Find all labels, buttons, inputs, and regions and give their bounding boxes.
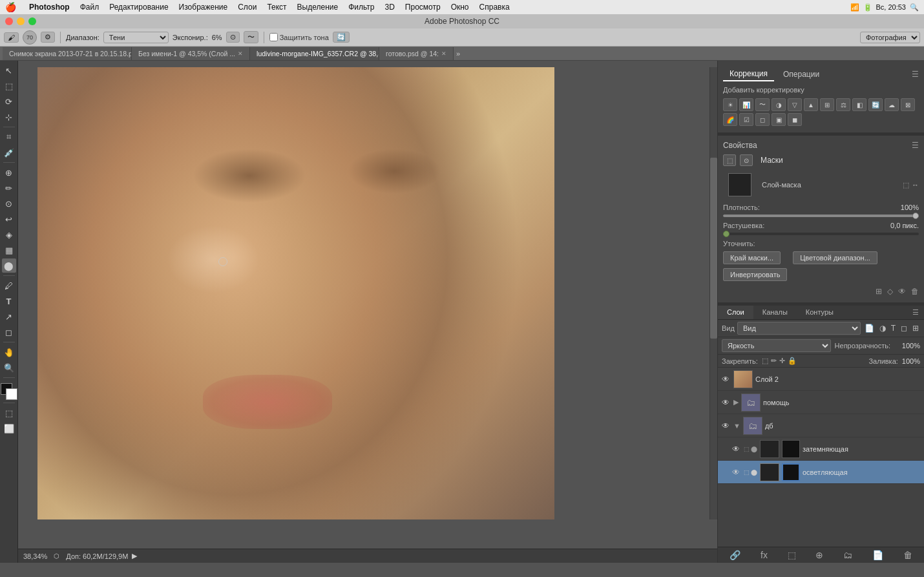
smoothing-btn[interactable]: 〜: [244, 31, 258, 43]
workspace-select[interactable]: Фотография: [860, 32, 920, 43]
filter-select[interactable]: Вид: [737, 322, 861, 335]
pen-tool-btn[interactable]: 🖊: [2, 278, 16, 293]
layers-tab-channels[interactable]: Каналы: [753, 306, 797, 319]
layer-link-btn[interactable]: 🔗: [730, 550, 740, 560]
layer-row-pomosh[interactable]: 👁 ▶ 🗂 помощь: [718, 391, 924, 414]
menu-view[interactable]: Просмотр: [400, 3, 446, 12]
menu-file[interactable]: Файл: [75, 3, 105, 12]
eyedropper-tool-btn[interactable]: 💉: [2, 145, 16, 160]
blend-mode-select[interactable]: Яркость Нормальный Умножение: [722, 339, 831, 352]
marquee-tool-btn[interactable]: ⬚: [2, 79, 16, 93]
brush-options-btn[interactable]: ⚙: [41, 32, 55, 43]
path-select-btn[interactable]: ↗: [2, 309, 16, 324]
close-button[interactable]: [5, 17, 13, 25]
menu-layers[interactable]: Слои: [233, 3, 262, 12]
props-icon-2[interactable]: ◇: [887, 287, 893, 296]
tab-3[interactable]: готово.psd @ 14: ✕: [379, 47, 454, 60]
corr-levels-icon[interactable]: 📊: [739, 98, 753, 111]
airbrush-btn[interactable]: ⊙: [226, 32, 240, 43]
layers-tab-layers[interactable]: Слои: [718, 306, 753, 319]
magic-wand-tool-btn[interactable]: ⊹: [2, 110, 16, 124]
maximize-button[interactable]: [28, 17, 36, 25]
gradient-tool-btn[interactable]: ▦: [2, 243, 16, 257]
move-tool-btn[interactable]: ↖: [2, 63, 16, 78]
color-range-btn[interactable]: Цветовой диапазон...: [793, 251, 877, 264]
app-menu-photoshop[interactable]: Photoshop: [24, 3, 75, 12]
tab-more-btn[interactable]: »: [456, 50, 460, 58]
mask-apply-icon[interactable]: ↔: [912, 181, 919, 189]
corr-exposure-icon[interactable]: ◑: [772, 98, 786, 111]
lock-paint-icon[interactable]: ✏: [771, 357, 777, 365]
density-slider-track[interactable]: [723, 215, 919, 217]
corr-brightness-icon[interactable]: ☀: [723, 98, 737, 111]
stamp-tool-btn[interactable]: ⊙: [2, 196, 16, 211]
corr-hsl-icon[interactable]: ▲: [804, 98, 818, 111]
layer-vis-sloy2[interactable]: 👁: [720, 374, 731, 384]
mask-type-btn[interactable]: ⬚: [723, 154, 736, 166]
brush-tool-btn[interactable]: ✏: [2, 181, 16, 195]
canvas-area[interactable]: 38,34% ⬡ Доп: 60,2M/129,9M ▶: [18, 61, 717, 563]
props-icon-1[interactable]: ⊞: [876, 287, 882, 296]
menu-help[interactable]: Справка: [474, 3, 515, 12]
menu-window[interactable]: Окно: [446, 3, 474, 12]
scrollbar-thumb-v[interactable]: [710, 158, 717, 339]
layer-row-db[interactable]: 👁 ▼ 🗂 дб: [718, 414, 924, 437]
layer-row-sloy2[interactable]: 👁 Слой 2: [718, 368, 924, 391]
tab-2[interactable]: ludivine-morgane-IMG_6357.CR2 @ 38,3% (о…: [250, 47, 379, 60]
invert-btn[interactable]: Инвертировать: [723, 268, 787, 281]
tab-0[interactable]: Снимок экрана 2013-07-21 в 20.15.18.png …: [3, 47, 132, 60]
feather-slider-track[interactable]: [723, 233, 919, 235]
group-expand-db[interactable]: ▼: [733, 422, 740, 430]
layer-fx-btn[interactable]: fx: [761, 550, 768, 560]
menu-select[interactable]: Выделение: [292, 3, 344, 12]
corr-photo-filter-icon[interactable]: ◧: [852, 98, 866, 111]
crop-tool-btn[interactable]: ⌗: [2, 130, 16, 144]
tab-1-close[interactable]: ✕: [238, 50, 243, 57]
layer-delete-btn[interactable]: 🗑: [903, 550, 912, 560]
corr-colorbal-icon[interactable]: ⊞: [820, 98, 834, 111]
corr-pattern-icon[interactable]: ◼: [788, 113, 802, 126]
layers-tab-paths[interactable]: Контуры: [797, 306, 843, 319]
lock-all-icon[interactable]: 🔒: [788, 357, 797, 365]
zoom-tool-btn[interactable]: 🔍: [2, 361, 16, 375]
lock-transparent-icon[interactable]: ⬚: [762, 357, 768, 365]
workspace-selector[interactable]: Фотография: [860, 32, 920, 43]
tab-operations[interactable]: Операции: [777, 68, 826, 81]
layer-adjustment-btn[interactable]: ⊕: [815, 550, 823, 560]
corr-vibrance-icon[interactable]: ▽: [788, 98, 802, 111]
vector-mask-btn[interactable]: ⊙: [740, 154, 753, 166]
history-brush-btn[interactable]: ↩: [2, 212, 16, 226]
correction-panel-menu[interactable]: ☰: [912, 70, 919, 79]
properties-menu[interactable]: ☰: [912, 141, 919, 150]
layer-vis-pomosh[interactable]: 👁: [720, 397, 731, 408]
props-icon-3[interactable]: 👁: [898, 287, 906, 296]
hand-tool-btn[interactable]: 🤚: [2, 345, 16, 359]
layer-row-light[interactable]: 👁 ⬚ ⬤ осветляющая: [718, 461, 924, 484]
corr-bw-icon[interactable]: ⚖: [836, 98, 850, 111]
dodge-burn-tool-btn[interactable]: ⬤: [2, 258, 16, 273]
minimize-button[interactable]: [17, 17, 25, 25]
layer-vis-db[interactable]: 👁: [720, 421, 731, 431]
layer-group-btn[interactable]: 🗂: [843, 550, 852, 560]
apple-menu[interactable]: 🍎: [5, 2, 16, 12]
lasso-tool-btn[interactable]: ⟳: [2, 94, 16, 109]
layers-panel-menu[interactable]: ☰: [907, 306, 924, 319]
shape-tool-btn[interactable]: ◻: [2, 325, 16, 339]
eraser-tool-btn[interactable]: ◈: [2, 227, 16, 242]
protect-tone-checkbox[interactable]: [269, 33, 278, 41]
layer-vis-light[interactable]: 👁: [731, 467, 741, 477]
feather-slider-thumb[interactable]: [723, 231, 730, 237]
corr-curves-icon[interactable]: 〜: [755, 98, 770, 111]
layer-mask-btn[interactable]: ⬚: [788, 550, 796, 560]
screen-mode-btn[interactable]: ⬜: [2, 421, 16, 435]
props-icon-4[interactable]: 🗑: [911, 287, 919, 296]
corr-gradient-icon[interactable]: ▣: [772, 113, 786, 126]
brush-preset-btn[interactable]: 🖌: [4, 32, 19, 43]
expand-arrow[interactable]: ▶: [132, 552, 137, 560]
menu-3d[interactable]: 3D: [380, 3, 400, 12]
corr-invert-icon[interactable]: ☁: [885, 98, 899, 111]
text-icon[interactable]: T: [890, 322, 897, 334]
tab-1[interactable]: Без имени-1 @ 43,5% (Слой ... ✕: [132, 47, 250, 60]
menu-text[interactable]: Текст: [262, 3, 291, 12]
menu-edit[interactable]: Редактирование: [104, 3, 173, 12]
